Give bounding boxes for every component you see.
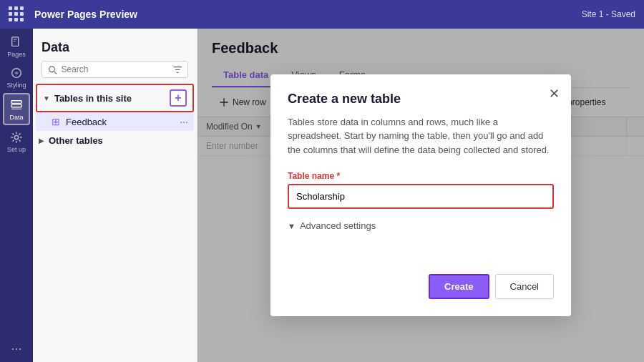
feedback-label: Feedback	[66, 117, 174, 127]
nav-pages[interactable]: Pages	[3, 31, 30, 61]
nav-styling-label: Styling	[6, 82, 26, 89]
add-table-button[interactable]: +	[170, 89, 187, 107]
modal-title: Create a new table	[288, 92, 554, 107]
svg-line-9	[54, 71, 57, 73]
required-indicator: *	[336, 171, 340, 181]
nav-more[interactable]: ···	[11, 341, 21, 356]
tables-this-site-section: ▼ Tables in this site + ⊞ Feedback ···	[33, 84, 197, 131]
modal-description: Tables store data in columns and rows, m…	[288, 115, 554, 157]
filter-icon[interactable]	[173, 65, 182, 74]
tables-this-site-header[interactable]: ▼ Tables in this site +	[36, 84, 194, 112]
svg-rect-4	[11, 101, 21, 104]
table-name-label: Table name *	[288, 171, 554, 181]
nav-setup-label: Set up	[7, 146, 26, 153]
cancel-button[interactable]: Cancel	[495, 274, 554, 299]
more-options-icon[interactable]: ···	[180, 116, 188, 127]
nav-styling[interactable]: Styling	[3, 62, 30, 92]
content-area: Feedback Table data Views Forms New row …	[197, 29, 644, 362]
modal-close-button[interactable]: ✕	[549, 86, 560, 102]
nav-data-label: Data	[9, 114, 23, 121]
svg-rect-6	[11, 109, 21, 110]
svg-point-7	[14, 135, 18, 139]
search-input[interactable]	[62, 64, 169, 74]
topbar: Power Pages Preview Site 1 - Saved	[0, 0, 644, 29]
svg-rect-5	[11, 104, 21, 107]
sidebar-title: Data	[33, 29, 197, 61]
svg-rect-2	[14, 41, 16, 41]
search-icon	[48, 65, 57, 74]
advanced-settings-toggle[interactable]: ▼ Advanced settings	[288, 220, 554, 231]
chevron-down-icon-2: ▼	[288, 222, 296, 230]
site-status: Site 1 - Saved	[582, 9, 635, 19]
tables-this-site-title: ▼ Tables in this site	[43, 93, 132, 104]
create-button[interactable]: Create	[429, 274, 489, 299]
icon-nav: Pages Styling Data Set up ···	[0, 29, 33, 362]
table-grid-icon: ⊞	[52, 116, 60, 127]
nav-setup[interactable]: Set up	[3, 127, 30, 156]
sidebar-search-container	[42, 61, 188, 78]
sidebar-item-feedback[interactable]: ⊞ Feedback ···	[36, 112, 194, 131]
sidebar: Data ▼ Tables in this site + ⊞ Feedback …	[33, 29, 197, 362]
nav-pages-label: Pages	[7, 51, 26, 58]
create-table-modal: Create a new table ✕ Tables store data i…	[270, 74, 571, 317]
app-title: Power Pages Preview	[34, 9, 137, 20]
modal-overlay: Create a new table ✕ Tables store data i…	[197, 29, 644, 362]
app-grid-icon[interactable]	[9, 6, 24, 22]
nav-data[interactable]: Data	[3, 93, 30, 125]
other-tables-section[interactable]: ▶ Other tables	[33, 131, 197, 150]
modal-footer: Create Cancel	[288, 274, 554, 299]
chevron-down-icon: ▼	[43, 94, 50, 102]
svg-rect-1	[14, 39, 17, 40]
other-tables-label: Other tables	[49, 135, 103, 146]
table-name-input[interactable]	[288, 184, 554, 209]
chevron-right-icon: ▶	[39, 137, 44, 145]
